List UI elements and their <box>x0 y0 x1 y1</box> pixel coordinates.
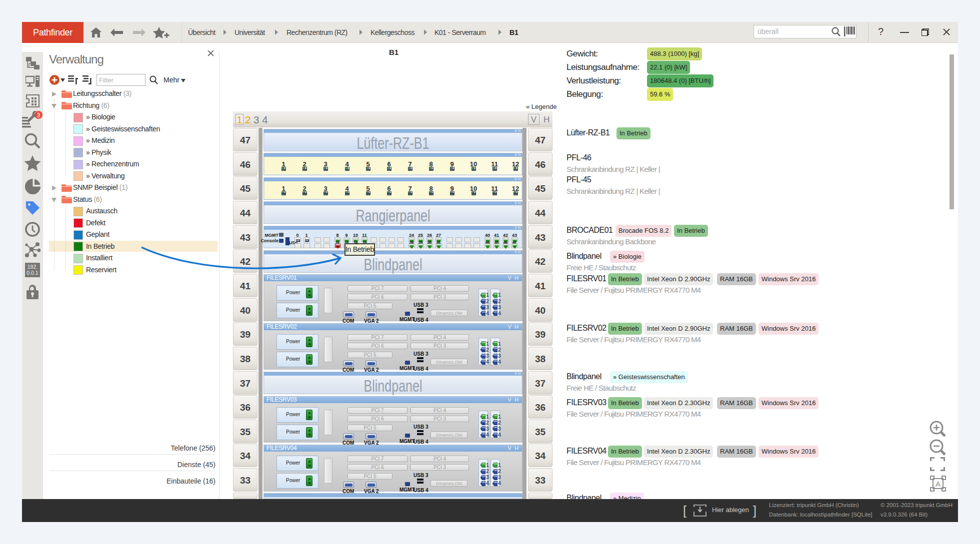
svg-text:A: A <box>936 480 940 488</box>
svg-text:192.: 192. <box>28 264 38 270</box>
svg-text:3: 3 <box>37 112 40 119</box>
svg-text:0.0.1: 0.0.1 <box>26 270 38 276</box>
